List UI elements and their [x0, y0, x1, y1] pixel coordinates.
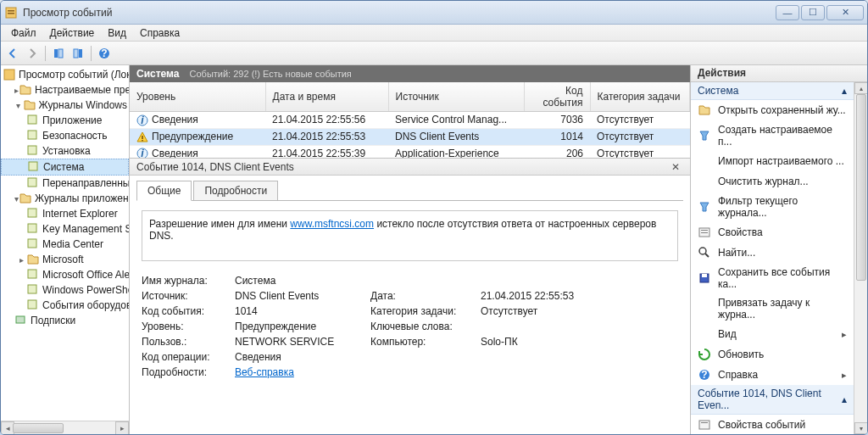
level-value: Предупреждение: [235, 321, 370, 332]
back-button[interactable]: [4, 45, 21, 62]
warning-icon: [136, 131, 148, 143]
svg-rect-16: [28, 224, 36, 232]
show-hide-tree-button[interactable]: [50, 45, 67, 62]
events-grid[interactable]: Уровень Дата и время Источник Код событи…: [130, 82, 690, 159]
window-title: Просмотр событий: [23, 7, 776, 19]
action-icon: [698, 226, 711, 239]
tree-setup[interactable]: Установка: [1, 143, 129, 159]
close-button[interactable]: ✕: [826, 5, 864, 20]
svg-rect-12: [28, 146, 36, 154]
collapse-icon[interactable]: ▴: [842, 85, 847, 97]
minimize-button[interactable]: —: [776, 5, 799, 20]
web-help-link[interactable]: Веб-справка: [235, 366, 294, 378]
svg-rect-34: [702, 274, 707, 277]
action-item[interactable]: Свойства событий: [691, 415, 854, 434]
tree-microsoft[interactable]: ▸ Microsoft: [1, 252, 129, 267]
menu-action[interactable]: Действие: [43, 25, 102, 41]
col-datetime[interactable]: Дата и время: [265, 82, 388, 112]
maximize-button[interactable]: ☐: [801, 5, 825, 20]
svg-rect-37: [699, 421, 709, 429]
tree-hscrollbar[interactable]: ◂ ▸: [1, 421, 129, 434]
action-group-system: Система▴: [691, 82, 854, 100]
col-category[interactable]: Категория задачи: [590, 82, 690, 112]
tab-details[interactable]: Подробности: [193, 181, 278, 201]
tree-app-logs[interactable]: ▾ Журналы приложени: [1, 191, 129, 206]
log-name-value: Система: [235, 275, 370, 287]
svg-rect-6: [79, 49, 82, 58]
action-item[interactable]: Импорт настраиваемого ...: [691, 151, 854, 171]
menu-help[interactable]: Справка: [133, 25, 186, 41]
log-event-count: Событий: 292 (!) Есть новые события: [190, 69, 352, 79]
action-item[interactable]: Привязать задачу к журна...: [691, 293, 854, 324]
svg-rect-14: [28, 178, 36, 187]
action-item[interactable]: Найти...: [691, 243, 854, 263]
svg-rect-18: [28, 270, 36, 278]
date-value: 21.04.2015 22:55:53: [481, 290, 678, 302]
collapse-icon[interactable]: ▴: [842, 393, 847, 405]
tree-windows-logs[interactable]: ▾ Журналы Windows: [1, 98, 129, 113]
svg-rect-29: [701, 230, 708, 231]
computer-value: Solo-ПК: [481, 336, 678, 348]
center-panel: Система Событий: 292 (!) Есть новые собы…: [130, 65, 691, 434]
tree-custom-views[interactable]: ▸ Настраиваемые пред: [1, 82, 129, 98]
action-item[interactable]: Свойства: [691, 222, 854, 243]
msftncsi-link[interactable]: www.msftncsi.com: [290, 218, 374, 230]
svg-rect-38: [701, 422, 708, 423]
svg-rect-3: [54, 49, 58, 58]
action-item[interactable]: ?Справка▸: [691, 365, 854, 385]
event-properties: Имя журнала:Система Источник:DNS Client …: [142, 275, 678, 378]
eventid-value: 1014: [235, 305, 370, 317]
tree-subscriptions[interactable]: Подписки: [1, 313, 129, 328]
submenu-arrow-icon: ▸: [842, 370, 847, 381]
tree-kms[interactable]: Key Management Se: [1, 221, 129, 237]
svg-rect-9: [4, 70, 14, 80]
action-icon: ?: [698, 368, 711, 382]
action-item[interactable]: Создать настраиваемое п...: [691, 120, 854, 151]
detail-close-button[interactable]: ✕: [668, 161, 683, 173]
app-icon: [4, 6, 18, 20]
tree-security[interactable]: Безопасность: [1, 128, 129, 143]
action-item[interactable]: Обновить: [691, 344, 854, 365]
col-eventid[interactable]: Код события: [524, 82, 590, 112]
action-icon: [698, 200, 711, 214]
tree-hardware[interactable]: События оборудов: [1, 298, 129, 313]
col-source[interactable]: Источник: [388, 82, 524, 112]
svg-rect-24: [142, 136, 142, 139]
show-hide-actions-button[interactable]: [70, 45, 86, 62]
actions-vscrollbar[interactable]: ▴ ▾: [854, 82, 867, 434]
svg-rect-10: [28, 115, 36, 124]
col-level[interactable]: Уровень: [130, 82, 265, 112]
action-icon: [698, 154, 711, 168]
help-button[interactable]: ?: [96, 45, 113, 62]
action-item[interactable]: Очистить журнал...: [691, 171, 854, 192]
forward-button[interactable]: [24, 45, 41, 62]
tree-media-center[interactable]: Media Center: [1, 237, 129, 252]
detail-pane: Разрешение имен для имени www.msftncsi.c…: [130, 202, 690, 434]
event-row[interactable]: iСведения21.04.2015 22:55:39Application-…: [130, 145, 690, 159]
svg-rect-11: [28, 131, 36, 139]
svg-rect-19: [28, 285, 36, 293]
event-row[interactable]: Предупреждение21.04.2015 22:55:53DNS Cli…: [130, 128, 690, 145]
tree-msoffice[interactable]: Microsoft Office Ale: [1, 267, 129, 282]
tree-panel: Просмотр событий (Лок ▸ Настраиваемые пр…: [1, 65, 130, 434]
tree-system[interactable]: Система: [1, 159, 129, 176]
opcode-value: Сведения: [235, 351, 370, 363]
tree-powershell[interactable]: Windows PowerShe: [1, 282, 129, 298]
action-item[interactable]: Вид▸: [691, 324, 854, 344]
menu-view[interactable]: Вид: [101, 25, 133, 41]
event-message: Разрешение имен для имени www.msftncsi.c…: [142, 210, 678, 261]
tree-root[interactable]: Просмотр событий (Лок: [1, 67, 129, 82]
action-item[interactable]: Фильтр текущего журнала...: [691, 192, 854, 222]
keywords-value: [481, 321, 678, 332]
menu-file[interactable]: Файл: [4, 25, 43, 41]
action-item[interactable]: Сохранить все события ка...: [691, 263, 854, 293]
tree-forwarded[interactable]: Перенаправленны: [1, 176, 129, 191]
action-item[interactable]: Открыть сохраненный жу...: [691, 100, 854, 120]
center-header: Система Событий: 292 (!) Есть новые собы…: [130, 65, 690, 82]
event-row[interactable]: iСведения21.04.2015 22:55:56Service Cont…: [130, 112, 690, 129]
tree-ie[interactable]: Internet Explorer: [1, 206, 129, 221]
svg-rect-15: [28, 209, 36, 217]
tree-application[interactable]: Приложение: [1, 113, 129, 128]
action-icon: [698, 175, 711, 188]
tab-general[interactable]: Общие: [136, 181, 192, 201]
